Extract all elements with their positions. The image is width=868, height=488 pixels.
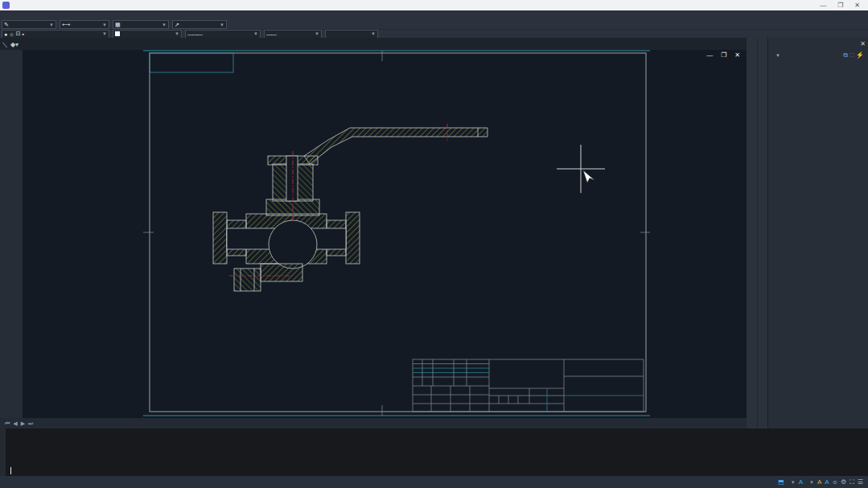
close-button[interactable]: ✕ — [854, 2, 860, 9]
doc-restore-icon[interactable]: ❐ — [721, 51, 726, 59]
table-style-combo[interactable]: ▦ ▼ — [113, 20, 169, 29]
mleader-style-icon: ↗ — [175, 22, 179, 28]
workspace-switch-icon[interactable]: ⌯ — [833, 478, 837, 486]
lineweight-icon: —— — [266, 31, 276, 37]
model-space-icon[interactable]: ⬒ — [778, 478, 784, 486]
annotation-visibility-icon[interactable]: A — [817, 478, 821, 486]
table-style-icon: ▦ — [115, 22, 121, 28]
text-style-combo[interactable]: ✎ ▼ — [2, 20, 56, 29]
drawing-canvas[interactable]: — ❐ ✕ — [23, 50, 747, 418]
bottom-nut — [234, 269, 261, 291]
minimize-button[interactable]: — — [820, 2, 826, 9]
linetype-combo[interactable]: ——— ▼ — [185, 30, 261, 39]
annotation-scale-icon[interactable]: A — [799, 478, 803, 486]
title-block — [413, 359, 644, 412]
mechanical-toolbar-2 — [757, 38, 768, 429]
scale-chevron-icon[interactable]: ▼ — [809, 480, 814, 485]
fullscreen-icon[interactable]: ⛶ — [849, 478, 854, 486]
panel-close-icon[interactable]: ✕ — [860, 40, 866, 47]
command-gutter — [0, 429, 6, 476]
auto-annotation-icon[interactable]: A — [825, 478, 829, 486]
document-tab-bar: ＼ ◆▾ — [0, 38, 747, 50]
valve-handle — [304, 128, 487, 164]
tab-last-icon[interactable]: ⏭ — [28, 420, 33, 427]
title-bar: — ❐ ✕ — [0, 0, 868, 10]
doc-close-icon[interactable]: ✕ — [734, 51, 740, 59]
plot-style-combo[interactable]: ▼ — [325, 30, 378, 39]
color-combo[interactable]: ▼ — [113, 30, 182, 39]
hamburger-menu-icon[interactable]: ☰ — [858, 478, 863, 486]
selection-filter-combo[interactable]: ▼ ⧉⬚⚡ — [768, 49, 868, 61]
gear-icon[interactable]: ⚙ — [841, 478, 846, 486]
tab-next-icon[interactable]: ▶ — [21, 420, 25, 427]
mechanical-toolbar-1 — [747, 38, 757, 429]
text-style-icon: ✎ — [4, 22, 9, 28]
right-flange — [346, 212, 360, 264]
tool-flyout-icon[interactable]: ◆▾ — [10, 39, 19, 50]
dim-style-icon: ⟷ — [62, 22, 70, 28]
left-flange — [213, 212, 227, 264]
drawing-svg — [23, 50, 747, 418]
status-bar: ⬒ ▼ A ▼ A A ⌯ ⚙ ⛶ ☰ — [0, 476, 868, 488]
tab-first-icon[interactable]: ⏮ — [5, 420, 10, 427]
layout-tab-bar: ⏮ ◀ ▶ ⏭ — [0, 418, 747, 429]
mleader-style-combo[interactable]: ↗ ▼ — [172, 20, 227, 29]
zwcad-window: — ❐ ✕ ✎ ▼ ⟷ ▼ ▦ ▼ ↗ ▼ ● ☼ ⊡ ▪ — [0, 0, 868, 488]
properties-panel: ✕ ▼ ⧉⬚⚡ — [767, 38, 868, 429]
mouse-pointer — [583, 170, 594, 182]
linetype-icon: ——— — [187, 31, 202, 37]
command-prompt[interactable] — [9, 466, 865, 475]
crosshair-cursor — [557, 145, 605, 193]
unit-chevron-icon[interactable]: ▼ — [791, 480, 796, 485]
document-window-controls: — ❐ ✕ — [706, 51, 740, 59]
ball — [269, 220, 317, 269]
layer-lock-icon: ⊡ — [16, 31, 21, 37]
layer-thaw-icon: ☼ — [9, 31, 14, 37]
layer-color-swatch: ▪ — [23, 31, 24, 37]
valve-assembly-drawing — [213, 124, 487, 291]
chevron-down-icon: ▼ — [775, 53, 780, 58]
standard-toolbar: ✎ ▼ ⟷ ▼ ▦ ▼ ↗ ▼ — [0, 20, 868, 30]
lineweight-combo[interactable]: —— ▼ — [264, 30, 322, 39]
stem — [286, 156, 298, 201]
color-swatch — [115, 31, 120, 36]
app-logo-icon — [2, 2, 10, 9]
layer-on-icon: ● — [4, 31, 7, 37]
bottom-boss — [261, 264, 302, 281]
dim-style-combo[interactable]: ⟷ ▼ — [60, 20, 109, 29]
eraser-icon[interactable]: ＼ — [0, 39, 10, 50]
frame-accessory-box — [150, 53, 233, 72]
text-cursor — [10, 467, 11, 474]
command-line-panel[interactable] — [0, 429, 868, 476]
maximize-button[interactable]: ❐ — [837, 2, 843, 9]
tab-prev-icon[interactable]: ◀ — [13, 420, 17, 427]
layer-combo[interactable]: ● ☼ ⊡ ▪ ▼ — [2, 30, 109, 39]
doc-minimize-icon[interactable]: — — [706, 51, 713, 59]
selection-tool-icons[interactable]: ⧉⬚⚡ — [843, 51, 866, 59]
draw-modify-toolbars — [0, 50, 23, 418]
